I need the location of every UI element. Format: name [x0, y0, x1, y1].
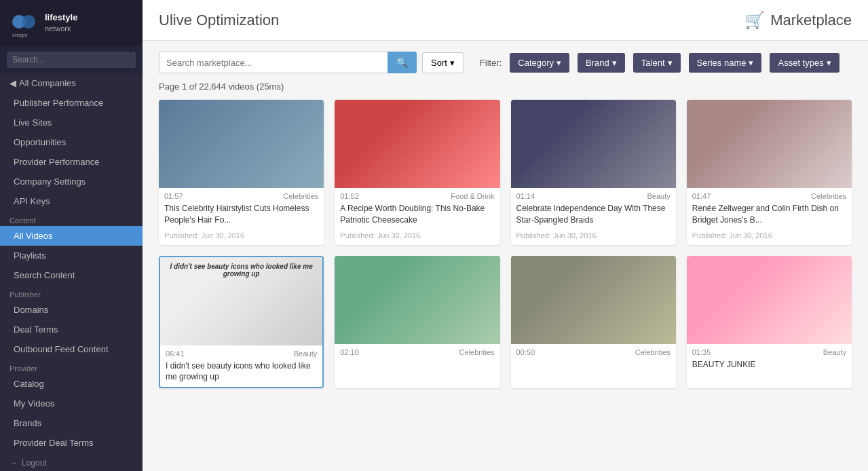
video-category: Celebrities: [811, 192, 846, 200]
video-thumbnail: [687, 256, 852, 344]
video-thumbnail: [335, 100, 499, 188]
filter-label: Filter:: [480, 58, 502, 68]
video-card[interactable]: 01:14BeautyCelebrate Independence Day Wi…: [511, 100, 676, 245]
video-duration: 02:10: [340, 348, 359, 356]
results-info: Page 1 of 22,644 videos (25ms): [159, 81, 852, 92]
video-title: BEAUTY JUNKIE: [687, 358, 852, 375]
sidebar-logout[interactable]: → Logout: [0, 453, 143, 471]
filter-asset-types-button[interactable]: Asset types ▾: [770, 53, 839, 73]
video-meta-row: 01:14Beauty: [511, 188, 676, 202]
marketplace-link[interactable]: 🛒 Marketplace: [744, 11, 852, 30]
filter-series-name-button[interactable]: Series name ▾: [689, 53, 762, 73]
filter-asset-types-label: Asset types: [778, 58, 823, 68]
filter-asset-types-chevron-icon: ▾: [827, 58, 831, 68]
video-title: Celebrate Independence Day With These St…: [511, 202, 676, 230]
sidebar-item-publisher-performance[interactable]: Publisher Performance: [0, 93, 143, 113]
sidebar-item-deal-terms[interactable]: Deal Terms: [0, 320, 143, 339]
search-input[interactable]: [159, 52, 388, 73]
video-meta-row: 01:35Beauty: [687, 344, 852, 358]
video-card[interactable]: 01:47CelebritiesRenée Zellweger and Coli…: [687, 100, 852, 245]
video-category: Beauty: [647, 192, 671, 200]
video-card[interactable]: 01:52Food & DrinkA Recipe Worth Doubling…: [335, 100, 499, 245]
svg-point-1: [22, 15, 35, 29]
video-thumbnail: [687, 100, 852, 188]
filter-category-label: Category: [518, 58, 554, 68]
video-duration: 06:41: [166, 350, 185, 358]
logo-name-text: lifestyle: [45, 12, 77, 24]
video-duration: 01:14: [516, 192, 535, 200]
video-card[interactable]: 01:57CelebritiesThis Celebrity Hairstyli…: [159, 100, 324, 245]
video-thumbnail: [511, 100, 676, 188]
video-duration: 01:52: [340, 192, 359, 200]
sidebar-item-playlists[interactable]: Playlists: [0, 246, 143, 265]
filter-talent-label: Talent: [641, 58, 665, 68]
sidebar-item-provider-deal-terms[interactable]: Provider Deal Terms: [0, 433, 143, 453]
marketplace-label: Marketplace: [770, 12, 852, 29]
search-box: 🔍: [159, 52, 417, 73]
sidebar-item-provider-performance[interactable]: Provider Performance: [0, 152, 143, 172]
sidebar-item-company-settings[interactable]: Company Settings: [0, 172, 143, 191]
filter-brand-button[interactable]: Brand ▾: [578, 53, 625, 73]
sidebar-logo: scripps lifestyle network: [0, 0, 143, 46]
sidebar-item-api-keys[interactable]: API Keys: [0, 191, 143, 211]
video-thumbnail: [335, 256, 499, 344]
thumbnail-text-overlay: I didn't see beauty icons who looked lik…: [160, 257, 322, 283]
video-category: Celebrities: [459, 348, 495, 356]
video-card[interactable]: 01:35BeautyBEAUTY JUNKIE: [687, 256, 852, 389]
filter-series-name-chevron-icon: ▾: [749, 58, 753, 68]
sort-button[interactable]: Sort ▾: [422, 52, 464, 73]
back-arrow-icon: ◀: [10, 78, 16, 88]
sort-chevron-icon: ▾: [450, 58, 455, 68]
sidebar-item-my-videos[interactable]: My Videos: [0, 394, 143, 413]
filter-talent-button[interactable]: Talent ▾: [633, 53, 681, 73]
logo-sub-text: network: [45, 24, 71, 33]
video-meta-row: 02:10Celebrities: [335, 344, 499, 358]
video-duration: 01:35: [692, 348, 711, 356]
filter-talent-chevron-icon: ▾: [668, 58, 673, 68]
sidebar-item-opportunities[interactable]: Opportunities: [0, 132, 143, 152]
sidebar-search-input[interactable]: [7, 52, 136, 68]
search-row: 🔍 Sort ▾ Filter: Category ▾ Brand ▾ Tale…: [159, 52, 852, 73]
video-thumbnail: I didn't see beauty icons who looked lik…: [160, 257, 322, 345]
video-published-date: Published: Jun 30, 2016: [511, 230, 676, 245]
video-card[interactable]: 00:50Celebrities: [511, 256, 676, 389]
sidebar: scripps lifestyle network ◀ All Companie…: [0, 0, 143, 471]
video-category: Beauty: [294, 350, 317, 358]
video-category: Food & Drink: [451, 192, 494, 200]
top-bar: Ulive Optimization 🛒 Marketplace: [143, 0, 868, 41]
sidebar-all-companies[interactable]: ◀ All Companies: [0, 73, 143, 93]
filter-category-button[interactable]: Category ▾: [510, 53, 569, 73]
sidebar-item-outbound-feed-content[interactable]: Outbound Feed Content: [0, 339, 143, 359]
cart-icon: 🛒: [744, 11, 765, 30]
logout-label: Logout: [22, 458, 47, 468]
video-card[interactable]: I didn't see beauty icons who looked lik…: [159, 256, 324, 389]
video-title: I didn't see beauty icons who looked lik…: [160, 359, 322, 388]
video-thumbnail: [511, 256, 676, 344]
video-meta-row: 01:57Celebrities: [159, 188, 324, 202]
sidebar-nav: Publisher Performance Live Sites Opportu…: [0, 93, 143, 211]
video-category: Celebrities: [283, 192, 318, 200]
video-published-date: Published: Jun 30, 2016: [159, 230, 324, 245]
video-duration: 01:47: [692, 192, 711, 200]
filter-brand-label: Brand: [586, 58, 609, 68]
video-thumbnail: [159, 100, 324, 188]
video-meta-row: 01:47Celebrities: [687, 188, 852, 202]
sidebar-item-domains[interactable]: Domains: [0, 300, 143, 320]
video-title: A Recipe Worth Doubling: This No-Bake Pa…: [335, 202, 499, 230]
sidebar-item-live-sites[interactable]: Live Sites: [0, 113, 143, 132]
sidebar-item-all-videos[interactable]: All Videos: [0, 226, 143, 246]
video-meta-row: 01:52Food & Drink: [335, 188, 499, 202]
video-category: Beauty: [823, 348, 846, 356]
video-grid: 01:57CelebritiesThis Celebrity Hairstyli…: [159, 100, 852, 388]
video-card[interactable]: 02:10Celebrities: [335, 256, 499, 389]
sidebar-item-search-content[interactable]: Search Content: [0, 265, 143, 285]
logo-text: lifestyle network: [45, 12, 77, 33]
video-title: Renée Zellweger and Colin Firth Dish on …: [687, 202, 852, 230]
sidebar-item-brands[interactable]: Brands: [0, 413, 143, 433]
sidebar-item-catalog[interactable]: Catalog: [0, 374, 143, 394]
page-title: Ulive Optimization: [159, 12, 279, 29]
logo-icon: scripps: [10, 8, 39, 38]
video-meta-row: 06:41Beauty: [160, 345, 322, 359]
all-companies-label: All Companies: [19, 78, 76, 88]
search-button[interactable]: 🔍: [388, 52, 417, 73]
